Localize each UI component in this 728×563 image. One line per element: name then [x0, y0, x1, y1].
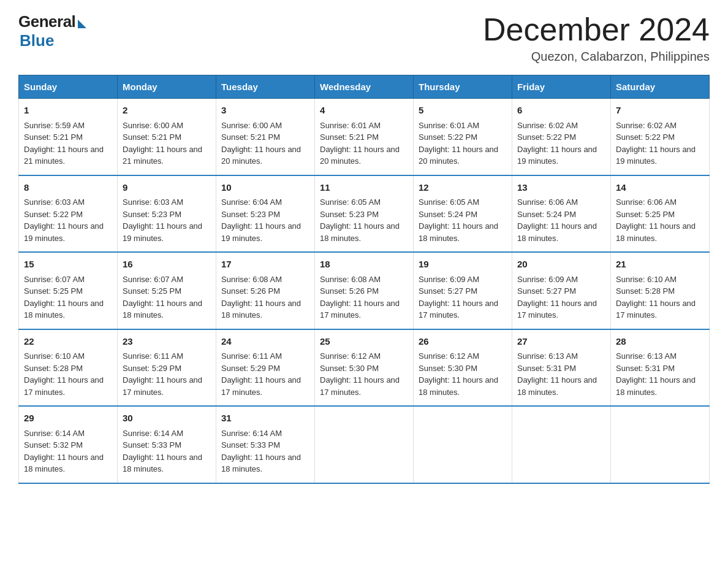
- calendar-cell: 14 Sunrise: 6:06 AMSunset: 5:25 PMDaylig…: [611, 175, 710, 253]
- day-number: 25: [320, 335, 408, 349]
- calendar-cell: 11 Sunrise: 6:05 AMSunset: 5:23 PMDaylig…: [315, 175, 414, 253]
- day-info: Sunrise: 6:13 AMSunset: 5:31 PMDaylight:…: [616, 351, 696, 397]
- day-number: 1: [24, 104, 112, 118]
- day-info: Sunrise: 6:08 AMSunset: 5:26 PMDaylight:…: [221, 275, 301, 320]
- day-info: Sunrise: 6:06 AMSunset: 5:25 PMDaylight:…: [616, 197, 696, 243]
- day-info: Sunrise: 6:09 AMSunset: 5:27 PMDaylight:…: [517, 275, 597, 320]
- header-monday: Monday: [118, 75, 216, 99]
- day-number: 7: [616, 104, 704, 118]
- day-number: 8: [24, 181, 112, 195]
- day-info: Sunrise: 6:11 AMSunset: 5:29 PMDaylight:…: [221, 351, 301, 397]
- calendar-cell: 16 Sunrise: 6:07 AMSunset: 5:25 PMDaylig…: [118, 252, 216, 329]
- calendar-table: SundayMondayTuesdayWednesdayThursdayFrid…: [18, 75, 710, 484]
- day-number: 11: [320, 181, 408, 195]
- day-number: 10: [221, 181, 309, 195]
- day-info: Sunrise: 6:14 AMSunset: 5:33 PMDaylight:…: [123, 429, 202, 474]
- day-info: Sunrise: 5:59 AMSunset: 5:21 PMDaylight:…: [24, 121, 104, 166]
- day-info: Sunrise: 6:09 AMSunset: 5:27 PMDaylight:…: [419, 275, 498, 320]
- header-thursday: Thursday: [414, 75, 512, 99]
- day-info: Sunrise: 6:03 AMSunset: 5:23 PMDaylight:…: [123, 197, 202, 243]
- day-info: Sunrise: 6:05 AMSunset: 5:23 PMDaylight:…: [320, 197, 400, 243]
- day-info: Sunrise: 6:14 AMSunset: 5:32 PMDaylight:…: [24, 429, 104, 474]
- week-row-1: 1 Sunrise: 5:59 AMSunset: 5:21 PMDayligh…: [19, 99, 710, 175]
- calendar-cell: 28 Sunrise: 6:13 AMSunset: 5:31 PMDaylig…: [611, 329, 710, 407]
- calendar-cell: 21 Sunrise: 6:10 AMSunset: 5:28 PMDaylig…: [611, 252, 710, 329]
- day-info: Sunrise: 6:02 AMSunset: 5:22 PMDaylight:…: [517, 121, 597, 166]
- day-number: 9: [123, 181, 211, 195]
- day-info: Sunrise: 6:07 AMSunset: 5:25 PMDaylight:…: [24, 275, 104, 320]
- day-info: Sunrise: 6:04 AMSunset: 5:23 PMDaylight:…: [221, 197, 301, 243]
- calendar-cell: 6 Sunrise: 6:02 AMSunset: 5:22 PMDayligh…: [512, 99, 611, 175]
- day-number: 16: [123, 258, 211, 272]
- week-row-5: 29 Sunrise: 6:14 AMSunset: 5:32 PMDaylig…: [19, 406, 710, 483]
- day-number: 5: [419, 104, 507, 118]
- day-info: Sunrise: 6:00 AMSunset: 5:21 PMDaylight:…: [123, 121, 202, 166]
- calendar-cell: 18 Sunrise: 6:08 AMSunset: 5:26 PMDaylig…: [315, 252, 414, 329]
- calendar-cell: [414, 406, 512, 483]
- day-number: 26: [419, 335, 507, 349]
- week-row-3: 15 Sunrise: 6:07 AMSunset: 5:25 PMDaylig…: [19, 252, 710, 329]
- day-number: 27: [517, 335, 605, 349]
- calendar-cell: 19 Sunrise: 6:09 AMSunset: 5:27 PMDaylig…: [414, 252, 512, 329]
- day-info: Sunrise: 6:10 AMSunset: 5:28 PMDaylight:…: [616, 275, 696, 320]
- calendar-cell: [611, 406, 710, 483]
- day-number: 19: [419, 258, 507, 272]
- day-number: 15: [24, 258, 112, 272]
- page-header: General Blue December 2024 Quezon, Calab…: [18, 12, 710, 64]
- calendar-header-row: SundayMondayTuesdayWednesdayThursdayFrid…: [19, 75, 710, 99]
- calendar-cell: 25 Sunrise: 6:12 AMSunset: 5:30 PMDaylig…: [315, 329, 414, 407]
- calendar-cell: 7 Sunrise: 6:02 AMSunset: 5:22 PMDayligh…: [611, 99, 710, 175]
- day-number: 22: [24, 335, 112, 349]
- day-info: Sunrise: 6:06 AMSunset: 5:24 PMDaylight:…: [517, 197, 597, 243]
- day-number: 24: [221, 335, 309, 349]
- day-info: Sunrise: 6:01 AMSunset: 5:21 PMDaylight:…: [320, 121, 400, 166]
- logo-arrow-icon: [78, 20, 86, 28]
- day-number: 14: [616, 181, 704, 195]
- month-title: December 2024: [483, 12, 710, 47]
- week-row-2: 8 Sunrise: 6:03 AMSunset: 5:22 PMDayligh…: [19, 175, 710, 253]
- calendar-cell: 31 Sunrise: 6:14 AMSunset: 5:33 PMDaylig…: [216, 406, 315, 483]
- title-block: December 2024 Quezon, Calabarzon, Philip…: [483, 12, 710, 64]
- calendar-cell: 22 Sunrise: 6:10 AMSunset: 5:28 PMDaylig…: [19, 329, 118, 407]
- header-saturday: Saturday: [611, 75, 710, 99]
- day-info: Sunrise: 6:14 AMSunset: 5:33 PMDaylight:…: [221, 429, 301, 474]
- calendar-cell: 13 Sunrise: 6:06 AMSunset: 5:24 PMDaylig…: [512, 175, 611, 253]
- calendar-cell: 15 Sunrise: 6:07 AMSunset: 5:25 PMDaylig…: [19, 252, 118, 329]
- calendar-cell: 3 Sunrise: 6:00 AMSunset: 5:21 PMDayligh…: [216, 99, 315, 175]
- header-tuesday: Tuesday: [216, 75, 315, 99]
- day-info: Sunrise: 6:11 AMSunset: 5:29 PMDaylight:…: [123, 351, 202, 397]
- day-number: 2: [123, 104, 211, 118]
- header-friday: Friday: [512, 75, 611, 99]
- day-number: 13: [517, 181, 605, 195]
- day-info: Sunrise: 6:03 AMSunset: 5:22 PMDaylight:…: [24, 197, 104, 243]
- calendar-cell: 5 Sunrise: 6:01 AMSunset: 5:22 PMDayligh…: [414, 99, 512, 175]
- day-info: Sunrise: 6:02 AMSunset: 5:22 PMDaylight:…: [616, 121, 696, 166]
- header-wednesday: Wednesday: [315, 75, 414, 99]
- calendar-cell: [512, 406, 611, 483]
- day-info: Sunrise: 6:07 AMSunset: 5:25 PMDaylight:…: [123, 275, 202, 320]
- day-number: 30: [123, 412, 211, 426]
- calendar-cell: 20 Sunrise: 6:09 AMSunset: 5:27 PMDaylig…: [512, 252, 611, 329]
- calendar-cell: 24 Sunrise: 6:11 AMSunset: 5:29 PMDaylig…: [216, 329, 315, 407]
- day-number: 18: [320, 258, 408, 272]
- day-info: Sunrise: 6:10 AMSunset: 5:28 PMDaylight:…: [24, 351, 104, 397]
- calendar-cell: 23 Sunrise: 6:11 AMSunset: 5:29 PMDaylig…: [118, 329, 216, 407]
- calendar-cell: 29 Sunrise: 6:14 AMSunset: 5:32 PMDaylig…: [19, 406, 118, 483]
- day-number: 12: [419, 181, 507, 195]
- calendar-cell: 4 Sunrise: 6:01 AMSunset: 5:21 PMDayligh…: [315, 99, 414, 175]
- day-info: Sunrise: 6:08 AMSunset: 5:26 PMDaylight:…: [320, 275, 400, 320]
- day-info: Sunrise: 6:01 AMSunset: 5:22 PMDaylight:…: [419, 121, 498, 166]
- day-number: 31: [221, 412, 309, 426]
- logo-general-text: General: [18, 12, 75, 31]
- logo: General Blue: [18, 12, 86, 50]
- week-row-4: 22 Sunrise: 6:10 AMSunset: 5:28 PMDaylig…: [19, 329, 710, 407]
- day-number: 21: [616, 258, 704, 272]
- calendar-cell: 10 Sunrise: 6:04 AMSunset: 5:23 PMDaylig…: [216, 175, 315, 253]
- calendar-cell: 2 Sunrise: 6:00 AMSunset: 5:21 PMDayligh…: [118, 99, 216, 175]
- day-info: Sunrise: 6:12 AMSunset: 5:30 PMDaylight:…: [320, 351, 400, 397]
- day-number: 3: [221, 104, 309, 118]
- day-number: 23: [123, 335, 211, 349]
- day-number: 4: [320, 104, 408, 118]
- day-number: 29: [24, 412, 112, 426]
- day-number: 17: [221, 258, 309, 272]
